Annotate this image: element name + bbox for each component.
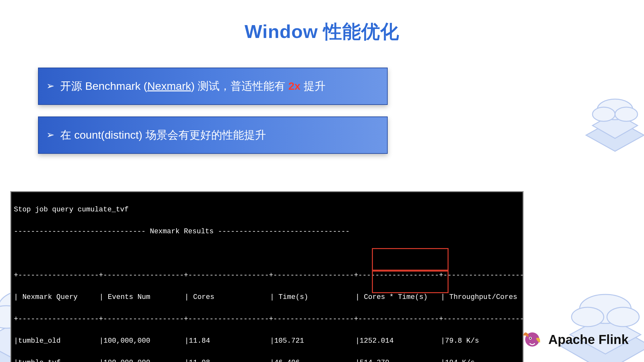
terminal-sep: +-------------------+-------------------… xyxy=(14,314,520,325)
terminal-sep: +-------------------+-------------------… xyxy=(14,270,520,281)
chevron-icon: ➢ xyxy=(46,81,54,91)
nexmark-link[interactable]: Nexmark xyxy=(147,80,191,92)
table-header: | Nexmark Query | Events Num | Cores | T… xyxy=(14,292,520,303)
terminal-output: Stop job query cumulate_tvf ------------… xyxy=(10,191,524,362)
callout-benchmark-text: 开源 Benchmark (Nexmark) 测试，普适性能有 2x 提升 xyxy=(60,79,326,94)
cloud-deco-top-right xyxy=(573,80,644,161)
svg-point-5 xyxy=(607,307,639,327)
table-row: |tumble_old |100,000,000 |11.84 |105.721… xyxy=(14,336,520,347)
svg-point-4 xyxy=(572,307,604,327)
svg-point-3 xyxy=(580,294,631,323)
svg-point-11 xyxy=(530,338,531,339)
footer-brand-text: Apache Flink xyxy=(548,332,629,347)
callout-count-distinct-text: 在 count(distinct) 场景会有更好的性能提升 xyxy=(60,128,266,143)
callout-count-distinct: ➢ 在 count(distinct) 场景会有更好的性能提升 xyxy=(38,116,388,154)
svg-point-0 xyxy=(597,99,633,120)
chevron-icon: ➢ xyxy=(46,130,54,140)
table-row: |tumble_tvf |100,000,000 |11.08 |46.406 … xyxy=(14,357,520,362)
callout-benchmark: ➢ 开源 Benchmark (Nexmark) 测试，普适性能有 2x 提升 xyxy=(38,68,388,105)
svg-point-2 xyxy=(615,107,638,121)
svg-point-1 xyxy=(592,107,615,121)
terminal-stop-line: Stop job query cumulate_tvf xyxy=(14,204,520,215)
slide-title: Window 性能优化 xyxy=(0,19,644,44)
flink-squirrel-icon xyxy=(522,329,543,350)
footer-logo: Apache Flink xyxy=(522,329,629,350)
perf-multiplier: 2x xyxy=(288,80,300,92)
terminal-banner: ------------------------------- Nexmark … xyxy=(14,226,520,237)
